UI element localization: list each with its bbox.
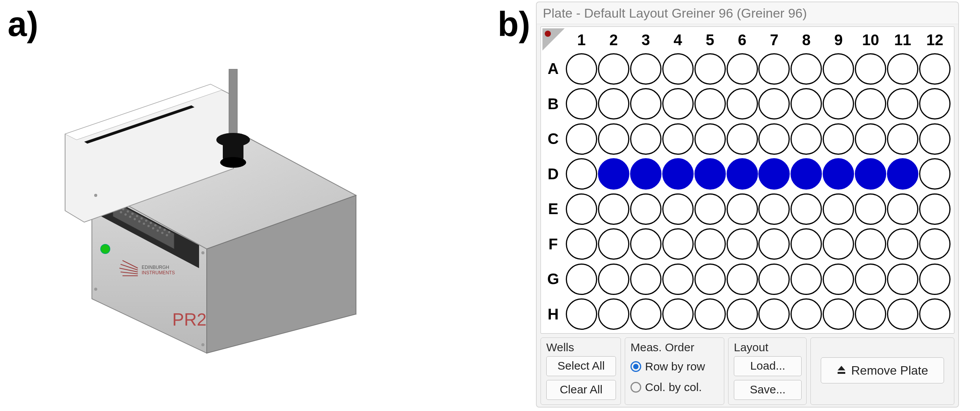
well-A1[interactable] — [566, 53, 597, 85]
clear-all-button[interactable]: Clear All — [546, 380, 616, 400]
well-F6[interactable] — [727, 228, 758, 260]
col-header[interactable]: 5 — [694, 28, 726, 51]
well-F2[interactable] — [598, 228, 629, 260]
col-header[interactable]: 10 — [854, 28, 887, 51]
well-B4[interactable] — [662, 88, 694, 120]
col-header[interactable]: 2 — [598, 28, 630, 51]
col-header[interactable]: 11 — [887, 28, 919, 51]
well-G4[interactable] — [662, 264, 694, 295]
row-header[interactable]: C — [542, 121, 565, 157]
col-header[interactable]: 1 — [565, 28, 598, 51]
well-D9[interactable] — [823, 158, 854, 190]
col-header[interactable]: 4 — [662, 28, 694, 51]
well-A8[interactable] — [791, 53, 822, 85]
select-all-button[interactable]: Select All — [546, 356, 616, 376]
well-C3[interactable] — [630, 123, 662, 155]
radio-col-by-col[interactable]: Col. by col. — [630, 377, 719, 398]
well-C8[interactable] — [791, 123, 822, 155]
well-D10[interactable] — [855, 158, 886, 190]
well-D4[interactable] — [662, 158, 694, 190]
well-B2[interactable] — [598, 88, 629, 120]
well-H12[interactable] — [919, 298, 951, 330]
well-C7[interactable] — [758, 123, 790, 155]
well-C9[interactable] — [823, 123, 854, 155]
well-H6[interactable] — [727, 298, 758, 330]
well-B3[interactable] — [630, 88, 662, 120]
col-header[interactable]: 3 — [630, 28, 662, 51]
well-A9[interactable] — [823, 53, 854, 85]
well-A6[interactable] — [727, 53, 758, 85]
well-C2[interactable] — [598, 123, 629, 155]
well-G9[interactable] — [823, 264, 854, 295]
well-G8[interactable] — [791, 264, 822, 295]
well-H9[interactable] — [823, 298, 854, 330]
well-F9[interactable] — [823, 228, 854, 260]
well-A10[interactable] — [855, 53, 886, 85]
well-C5[interactable] — [694, 123, 726, 155]
col-header[interactable]: 6 — [726, 28, 758, 51]
well-F5[interactable] — [694, 228, 726, 260]
row-header[interactable]: G — [542, 262, 565, 297]
well-E1[interactable] — [566, 193, 597, 225]
well-B11[interactable] — [887, 88, 918, 120]
save-button[interactable]: Save... — [734, 380, 802, 400]
remove-plate-button[interactable]: Remove Plate — [821, 357, 944, 383]
well-G1[interactable] — [566, 264, 597, 295]
well-C4[interactable] — [662, 123, 694, 155]
well-B12[interactable] — [919, 88, 951, 120]
well-C11[interactable] — [887, 123, 918, 155]
well-E2[interactable] — [598, 193, 629, 225]
load-button[interactable]: Load... — [734, 356, 802, 376]
well-H4[interactable] — [662, 298, 694, 330]
well-E9[interactable] — [823, 193, 854, 225]
well-A3[interactable] — [630, 53, 662, 85]
well-B8[interactable] — [791, 88, 822, 120]
well-D11[interactable] — [887, 158, 918, 190]
well-A12[interactable] — [919, 53, 951, 85]
well-H8[interactable] — [791, 298, 822, 330]
row-header[interactable]: H — [542, 297, 565, 332]
well-G12[interactable] — [919, 264, 951, 295]
well-E5[interactable] — [694, 193, 726, 225]
well-F12[interactable] — [919, 228, 951, 260]
well-E10[interactable] — [855, 193, 886, 225]
row-header[interactable]: E — [542, 192, 565, 227]
well-A11[interactable] — [887, 53, 918, 85]
well-B6[interactable] — [727, 88, 758, 120]
row-header[interactable]: B — [542, 87, 565, 122]
well-H10[interactable] — [855, 298, 886, 330]
well-A2[interactable] — [598, 53, 629, 85]
well-H7[interactable] — [758, 298, 790, 330]
well-E3[interactable] — [630, 193, 662, 225]
well-E7[interactable] — [758, 193, 790, 225]
well-A5[interactable] — [694, 53, 726, 85]
col-header[interactable]: 9 — [822, 28, 854, 51]
radio-row-by-row[interactable]: Row by row — [630, 356, 719, 377]
row-header[interactable]: A — [542, 51, 565, 87]
well-E12[interactable] — [919, 193, 951, 225]
well-F10[interactable] — [855, 228, 886, 260]
well-D1[interactable] — [566, 158, 597, 190]
well-H3[interactable] — [630, 298, 662, 330]
well-C6[interactable] — [727, 123, 758, 155]
well-D12[interactable] — [919, 158, 951, 190]
well-D3[interactable] — [630, 158, 662, 190]
col-header[interactable]: 7 — [758, 28, 790, 51]
well-D6[interactable] — [727, 158, 758, 190]
well-D2[interactable] — [598, 158, 629, 190]
well-D7[interactable] — [758, 158, 790, 190]
plate-grid[interactable]: 123456789101112ABCDEFGH — [542, 28, 951, 332]
well-F3[interactable] — [630, 228, 662, 260]
well-G6[interactable] — [727, 264, 758, 295]
well-D8[interactable] — [791, 158, 822, 190]
well-C10[interactable] — [855, 123, 886, 155]
well-F4[interactable] — [662, 228, 694, 260]
well-C1[interactable] — [566, 123, 597, 155]
well-G3[interactable] — [630, 264, 662, 295]
row-header[interactable]: F — [542, 227, 565, 262]
well-G2[interactable] — [598, 264, 629, 295]
well-G11[interactable] — [887, 264, 918, 295]
well-E6[interactable] — [727, 193, 758, 225]
well-E11[interactable] — [887, 193, 918, 225]
col-header[interactable]: 8 — [790, 28, 822, 51]
